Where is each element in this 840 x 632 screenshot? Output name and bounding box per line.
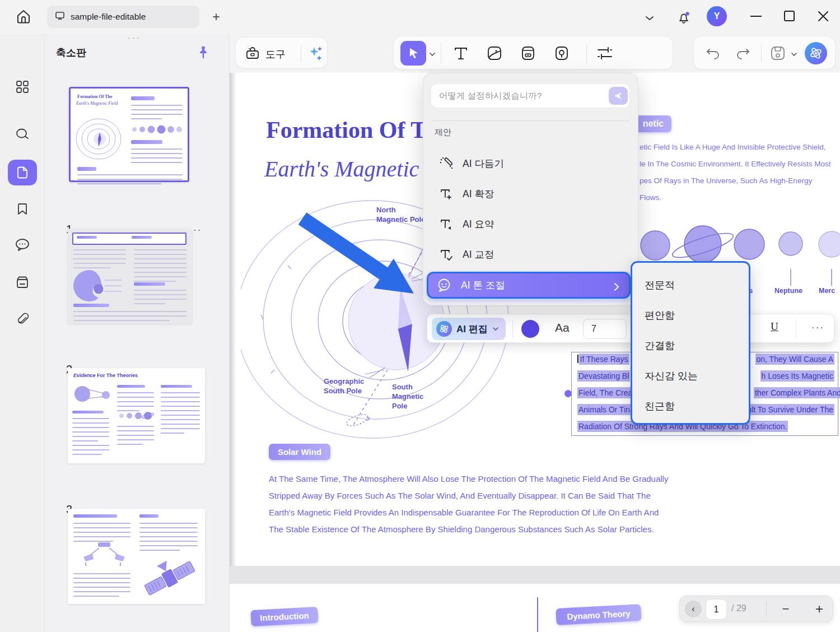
right-paragraph-line: le In The Cosmic Environment. It Effecti… <box>640 156 831 173</box>
chevron-down-icon[interactable] <box>643 11 656 25</box>
text-proofread-icon <box>439 247 454 262</box>
thumb2-selection-box <box>72 233 186 245</box>
comments-icon[interactable] <box>11 234 34 256</box>
selected-line: on, They Will Cause A <box>755 355 834 367</box>
selected-line: Field, The Crea <box>577 388 633 401</box>
underline-button[interactable]: U <box>771 320 778 333</box>
minimize-button[interactable] <box>750 16 762 17</box>
submenu-chevron-icon <box>613 282 620 291</box>
bookmark-icon[interactable] <box>11 198 34 220</box>
ai-prompt-input[interactable] <box>431 83 630 108</box>
ai-edit-icon <box>436 321 452 337</box>
thumb1-title-line1: Formation Of The <box>77 94 113 99</box>
avatar[interactable]: Y <box>707 6 727 26</box>
selected-line: If These Rays <box>577 355 629 367</box>
menu-item-ai-proofread[interactable]: AI 교정 <box>428 240 634 268</box>
right-paragraph-line: etic Field Is Like A Huge And Invisible … <box>640 139 825 156</box>
select-tool-button[interactable] <box>400 41 426 66</box>
document-tab[interactable]: sample-file-editable <box>47 6 199 28</box>
new-tab-button[interactable]: + <box>208 9 224 25</box>
page-separator <box>230 566 840 584</box>
font-family-button[interactable]: Aa <box>555 321 570 334</box>
page-thumbnail-3[interactable]: Evidence For The Theories <box>68 368 205 463</box>
paperclip-icon[interactable] <box>11 308 34 331</box>
tools-label: 도구 <box>265 48 286 61</box>
link-tool-icon[interactable] <box>519 44 537 64</box>
ai-assistant-icon[interactable] <box>805 42 827 64</box>
right-paragraph-line: Flows. <box>640 189 661 206</box>
label-south-magnetic-pole: SouthMagneticPole <box>392 382 423 411</box>
pin-icon[interactable] <box>196 45 211 62</box>
panel-title: 축소판 <box>56 46 86 59</box>
ai-popup: 제안 AI 다듬기 AI 확장 AI 요약 AI 교정 AI 톤 조절 <box>423 73 638 305</box>
more-options-button[interactable]: ··· <box>811 322 824 333</box>
menu-item-ai-tone[interactable]: AI 톤 조절 <box>427 272 631 299</box>
suggestions-label: 제안 <box>435 127 451 138</box>
select-tool-chevron-icon[interactable] <box>428 50 436 60</box>
tone-option-concise[interactable]: 간결함 <box>645 339 740 356</box>
page-thumbnail-4[interactable] <box>68 509 205 604</box>
file-box-icon[interactable] <box>11 271 34 294</box>
planet-label-mercury: Merc <box>819 287 835 295</box>
search-icon[interactable] <box>11 123 34 146</box>
ai-edit-button[interactable]: AI 편집 <box>432 318 506 340</box>
ai-edit-label: AI 편집 <box>456 323 488 336</box>
text-tool-icon[interactable] <box>452 44 470 64</box>
font-size-field[interactable]: 7 <box>583 319 627 339</box>
maximize-button[interactable] <box>784 11 795 21</box>
zoom-in-button[interactable]: + <box>810 600 829 618</box>
home-button[interactable] <box>15 8 32 26</box>
redo-icon[interactable] <box>735 47 751 62</box>
app-window: sample-file-editable + Y <box>0 0 840 632</box>
menu-item-ai-expand[interactable]: AI 확장 <box>428 180 634 208</box>
text-color-swatch[interactable] <box>521 320 539 338</box>
undo-icon[interactable] <box>705 47 721 62</box>
current-page-field[interactable]: 1 <box>706 599 727 620</box>
tab-title: sample-file-editable <box>71 12 146 22</box>
selected-line: ult To Survive Under The <box>746 405 834 417</box>
tone-option-friendly[interactable]: 친근함 <box>645 399 740 416</box>
adjust-sliders-icon[interactable] <box>596 45 613 63</box>
menu-item-ai-polish[interactable]: AI 다듬기 <box>428 150 634 178</box>
save-icon[interactable] <box>769 44 787 64</box>
image-tool-icon[interactable] <box>486 44 503 64</box>
doc-title-line1: Formation Of The <box>266 117 450 143</box>
tone-option-confident[interactable]: 자신감 있는 <box>645 369 740 386</box>
notifications-bell-icon[interactable] <box>675 9 692 26</box>
solar-paragraph-line: At The Same Time, The Atmosphere Will Al… <box>269 471 668 487</box>
history-save-group <box>693 36 836 69</box>
send-button[interactable] <box>609 87 628 105</box>
menu-item-ai-summarize[interactable]: AI 요약 <box>428 210 634 238</box>
tools-button[interactable]: 도구 <box>245 45 286 63</box>
thumb3-diagram <box>71 383 115 407</box>
edit-tools-group: 닫기 <box>393 36 673 69</box>
page-navigation: ‹ 1 / 29 − + <box>679 596 833 622</box>
selected-line: ther Complex Plants And <box>754 388 840 401</box>
thumb1-planets <box>130 123 184 136</box>
sidebar-item-thumbnails[interactable] <box>8 160 37 185</box>
monitor-icon <box>55 11 65 23</box>
previous-page-button[interactable]: ‹ <box>685 601 702 617</box>
solar-wind-badge: Solar Wind <box>269 444 330 460</box>
stamp-location-tool-icon[interactable] <box>553 44 571 64</box>
apps-grid-icon[interactable] <box>11 76 34 98</box>
thumb1-title-line2: Earth's Magnetic Field <box>76 101 118 106</box>
close-window-button[interactable] <box>817 10 829 22</box>
tone-option-professional[interactable]: 전문적 <box>645 278 740 295</box>
zoom-out-button[interactable]: − <box>776 601 795 617</box>
textbox-handle[interactable] <box>564 390 572 397</box>
selected-line: h Loses Its Magnetic <box>760 371 834 384</box>
selected-line: Devastating Bl <box>577 371 630 384</box>
thumb3-planets <box>117 411 154 421</box>
tools-group: 도구 <box>235 37 328 68</box>
left-rail <box>0 34 45 632</box>
thumb4-antennas <box>79 540 129 568</box>
text-caret <box>577 355 578 363</box>
save-chevron-icon[interactable] <box>790 50 798 60</box>
page-thumbnail-1[interactable]: Formation Of The Earth's Magnetic Field <box>69 87 189 182</box>
tone-option-relaxed[interactable]: 편안함 <box>645 309 740 326</box>
label-geographic-south-pole: GeographicSouth Pole <box>324 377 364 396</box>
page-thumbnail-2[interactable] <box>68 229 192 324</box>
ai-sparkles-icon[interactable] <box>307 45 324 64</box>
panel-drag-handle[interactable]: ··· <box>128 32 141 42</box>
